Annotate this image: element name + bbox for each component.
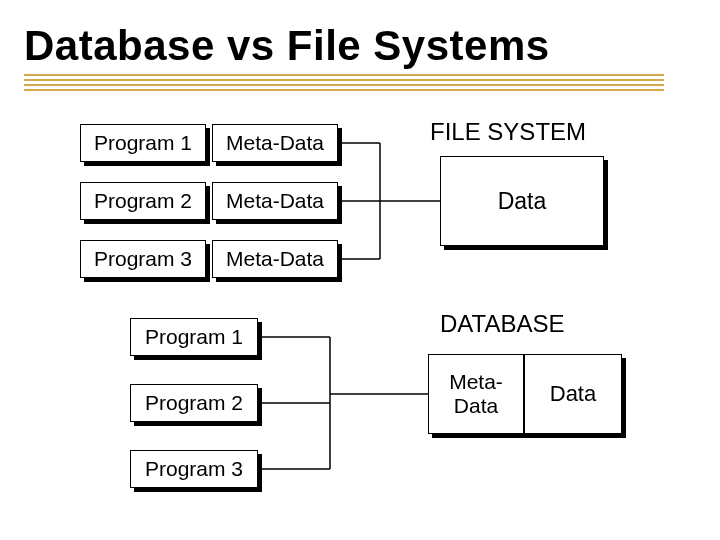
fs-data-box: Data [440,156,604,246]
db-program-box: Program 3 [130,450,258,488]
fs-program-box: Program 3 [80,240,206,278]
file-system-heading: FILE SYSTEM [430,118,586,146]
title-underline [24,74,664,94]
fs-meta-box: Meta-Data [212,124,338,162]
db-program-box: Program 2 [130,384,258,422]
fs-program-box: Program 1 [80,124,206,162]
db-data-box: Data [524,354,622,434]
database-heading: DATABASE [440,310,564,338]
db-program-box: Program 1 [130,318,258,356]
db-meta-box: Meta- Data [428,354,524,434]
slide-title: Database vs File Systems [24,22,550,70]
fs-meta-box: Meta-Data [212,240,338,278]
fs-meta-box: Meta-Data [212,182,338,220]
fs-program-box: Program 2 [80,182,206,220]
